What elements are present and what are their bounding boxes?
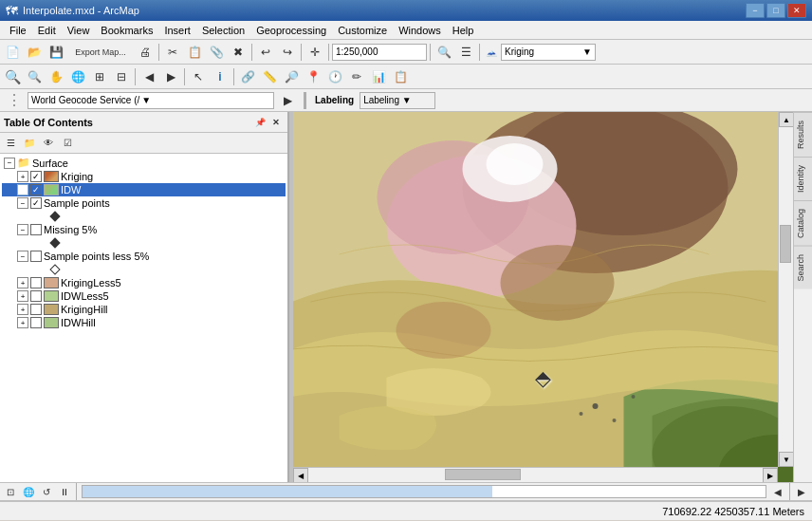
pan-button[interactable]: ✛ — [304, 42, 325, 63]
minimize-button[interactable]: − — [746, 3, 765, 18]
extent-button[interactable]: ⊞ — [89, 66, 110, 87]
open-button[interactable]: 📂 — [24, 42, 45, 63]
hscroll-track[interactable] — [308, 468, 763, 482]
toc-surface-row[interactable]: − 📁 Surface — [2, 156, 286, 170]
hyperlink-button[interactable]: 🔗 — [237, 66, 258, 87]
menu-help[interactable]: Help — [447, 23, 480, 38]
results-tab[interactable]: Results — [794, 112, 812, 157]
cut-button[interactable]: ✂ — [162, 42, 183, 63]
menu-geoprocessing[interactable]: Geoprocessing — [250, 23, 332, 38]
kriging-row[interactable]: + Kriging — [2, 170, 286, 183]
missing5-checkbox[interactable] — [30, 224, 42, 235]
zoom-out-button[interactable]: 🔍 — [24, 66, 45, 87]
menu-selection[interactable]: Selection — [196, 23, 250, 38]
hscroll-thumb[interactable] — [445, 469, 521, 480]
layer-dropdown[interactable]: Kriging ▼ — [501, 44, 596, 61]
kriging-checkbox[interactable] — [30, 171, 42, 182]
menu-file[interactable]: File — [4, 23, 32, 38]
layers-button[interactable]: ☰ — [455, 42, 476, 63]
idw-less5-checkbox[interactable] — [30, 290, 42, 302]
mag-button[interactable]: 🔍 — [434, 42, 454, 63]
sample-points-checkbox[interactable] — [30, 197, 42, 209]
vscroll-track[interactable] — [779, 127, 793, 452]
graph-button[interactable]: 📊 — [368, 66, 389, 87]
goto-button[interactable]: 📍 — [303, 66, 323, 87]
idw-checkbox[interactable] — [30, 184, 42, 195]
undo-button[interactable]: ↩ — [255, 42, 276, 63]
new-button[interactable]: 📄 — [2, 42, 23, 63]
toc-list-view[interactable]: ☰ — [2, 135, 19, 152]
delete-button[interactable]: ✖ — [228, 42, 249, 63]
kriging-less5-expand[interactable]: + — [17, 277, 28, 288]
catalog-tab[interactable]: Catalog — [794, 200, 812, 246]
kriging-hill-checkbox[interactable] — [30, 304, 42, 315]
table-button[interactable]: 📋 — [390, 66, 411, 87]
sample-less5-checkbox[interactable] — [30, 251, 42, 262]
menu-bookmarks[interactable]: Bookmarks — [95, 23, 158, 38]
pause-button[interactable]: ⏸ — [56, 484, 73, 499]
idw-less5-expand[interactable]: + — [17, 290, 28, 302]
select-button[interactable]: ↖ — [188, 66, 209, 87]
menu-edit[interactable]: Edit — [32, 23, 62, 38]
toc-pin-button[interactable]: 📌 — [252, 115, 268, 130]
hscroll-right[interactable]: ▶ — [763, 468, 778, 482]
pan-tool-button[interactable]: ✋ — [46, 66, 66, 87]
time-button[interactable]: 🕐 — [324, 66, 345, 87]
sample-less5-expand[interactable]: − — [17, 251, 28, 262]
kriging-less5-row[interactable]: + KrigingLess5 — [2, 276, 286, 289]
print-button[interactable]: 🖨 — [135, 42, 156, 63]
sample-less5-row[interactable]: − Sample points less 5% — [2, 250, 286, 263]
forward-button[interactable]: ▶ — [160, 66, 181, 87]
menu-insert[interactable]: Insert — [158, 23, 196, 38]
overview-button[interactable]: ⊡ — [2, 484, 19, 499]
export-map-button[interactable]: Export Map... — [67, 42, 134, 63]
globe2-button[interactable]: 🌐 — [20, 484, 37, 499]
sample-points-row[interactable]: − Sample points — [2, 196, 286, 210]
geocode-bar[interactable]: World Geocode Service (/ ▼ — [28, 92, 274, 109]
menu-windows[interactable]: Windows — [393, 23, 447, 38]
kriging-less5-checkbox[interactable] — [30, 277, 42, 288]
toc-source-view[interactable]: 📁 — [21, 135, 38, 152]
info-button[interactable]: i — [210, 66, 231, 87]
idw-hill-checkbox[interactable] — [30, 317, 42, 328]
back-button[interactable]: ◀ — [138, 66, 159, 87]
refresh-button[interactable]: ↺ — [38, 484, 55, 499]
idw-less5-row[interactable]: + IDWLess5 — [2, 289, 286, 303]
toc-visibility-view[interactable]: 👁 — [40, 135, 57, 152]
kriging-hill-expand[interactable]: + — [17, 304, 28, 315]
scale-input[interactable]: 1:250,000 — [332, 44, 427, 61]
redo-button[interactable]: ↪ — [277, 42, 298, 63]
surface-expand[interactable]: − — [4, 158, 15, 169]
missing5-expand[interactable]: − — [17, 224, 28, 235]
globe-button[interactable]: 🌐 — [67, 66, 88, 87]
idw-hill-row[interactable]: + IDWHill — [2, 316, 286, 329]
toc-selection-view[interactable]: ☑ — [59, 135, 76, 152]
missing5-row[interactable]: − Missing 5% — [2, 223, 286, 236]
vscroll-thumb[interactable] — [780, 225, 791, 263]
menu-view[interactable]: View — [62, 23, 96, 38]
find-button[interactable]: 🔎 — [281, 66, 302, 87]
full-extent-button[interactable]: ⊟ — [111, 66, 132, 87]
idw-expand[interactable]: + — [17, 184, 28, 195]
kriging-expand[interactable]: + — [17, 171, 28, 182]
sample-points-expand[interactable]: − — [17, 197, 28, 209]
save-button[interactable]: 💾 — [46, 42, 66, 63]
measure-button[interactable]: 📏 — [259, 66, 280, 87]
identity-tab[interactable]: Identity — [794, 157, 812, 200]
scroll-right-bottom[interactable]: ▶ — [793, 484, 810, 499]
geocode-go-button[interactable]: ▶ — [277, 90, 298, 111]
menu-customize[interactable]: Customize — [332, 23, 393, 38]
close-button[interactable]: ✕ — [787, 3, 806, 18]
vscroll-down[interactable]: ▼ — [779, 452, 793, 467]
idw-row[interactable]: + IDW — [2, 183, 286, 196]
kriging-hill-row[interactable]: + KrigingHill — [2, 303, 286, 316]
paste-button[interactable]: 📎 — [206, 42, 227, 63]
map-area[interactable]: ⬘ ▲ ▼ ◀ ▶ — [293, 112, 793, 482]
idw-hill-expand[interactable]: + — [17, 317, 28, 328]
toc-close-button[interactable]: ✕ — [268, 115, 284, 130]
graphics-button[interactable]: ✏ — [346, 66, 367, 87]
scroll-left-bottom[interactable]: ◀ — [769, 484, 786, 499]
zoom-in-button[interactable]: 🔍 — [2, 66, 23, 87]
maximize-button[interactable]: □ — [766, 3, 785, 18]
search-tab[interactable]: Search — [794, 246, 812, 289]
